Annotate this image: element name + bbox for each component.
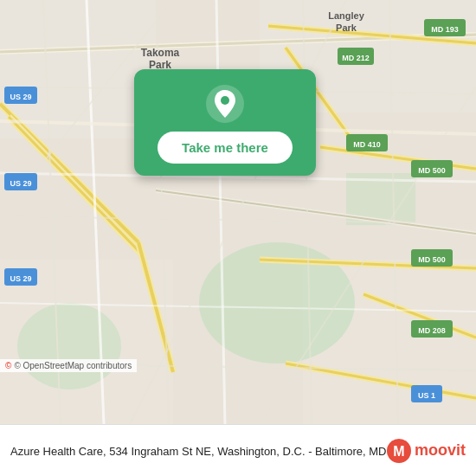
osm-logo: © xyxy=(5,361,11,370)
svg-text:US 29: US 29 xyxy=(10,274,31,283)
moovit-logo: M moovit xyxy=(387,439,466,463)
svg-text:MD 193: MD 193 xyxy=(431,25,459,34)
location-pin-icon xyxy=(206,85,244,123)
svg-text:Langley: Langley xyxy=(328,10,364,21)
svg-text:M: M xyxy=(393,444,404,459)
svg-text:MD 212: MD 212 xyxy=(342,54,370,62)
svg-text:MD 208: MD 208 xyxy=(418,326,446,335)
bottom-info: Azure Health Care, 534 Ingraham St NE, W… xyxy=(10,443,387,459)
attribution-text: © OpenStreetMap contributors xyxy=(14,361,132,370)
svg-text:MD 410: MD 410 xyxy=(353,140,381,149)
svg-point-70 xyxy=(221,96,229,105)
map-container: US 29 US 29 US 29 MD 193 MD 410 MD 500 M… xyxy=(0,0,476,424)
moovit-text: moovit xyxy=(415,441,466,460)
location-card: Take me there xyxy=(134,69,316,176)
svg-text:US 29: US 29 xyxy=(10,93,31,101)
take-me-there-button[interactable]: Take me there xyxy=(158,132,293,164)
svg-text:US 29: US 29 xyxy=(10,179,31,188)
svg-text:Takoma: Takoma xyxy=(141,47,180,59)
attribution-bar: © © OpenStreetMap contributors xyxy=(0,359,137,372)
svg-text:US 1: US 1 xyxy=(418,391,435,400)
svg-text:MD 500: MD 500 xyxy=(418,166,446,175)
moovit-icon: M xyxy=(387,439,411,463)
bottom-bar: Azure Health Care, 534 Ingraham St NE, W… xyxy=(0,424,476,476)
svg-text:Park: Park xyxy=(336,23,357,33)
svg-point-6 xyxy=(17,303,121,389)
location-name: Azure Health Care, 534 Ingraham St NE, W… xyxy=(10,445,386,458)
svg-text:MD 500: MD 500 xyxy=(418,255,446,264)
